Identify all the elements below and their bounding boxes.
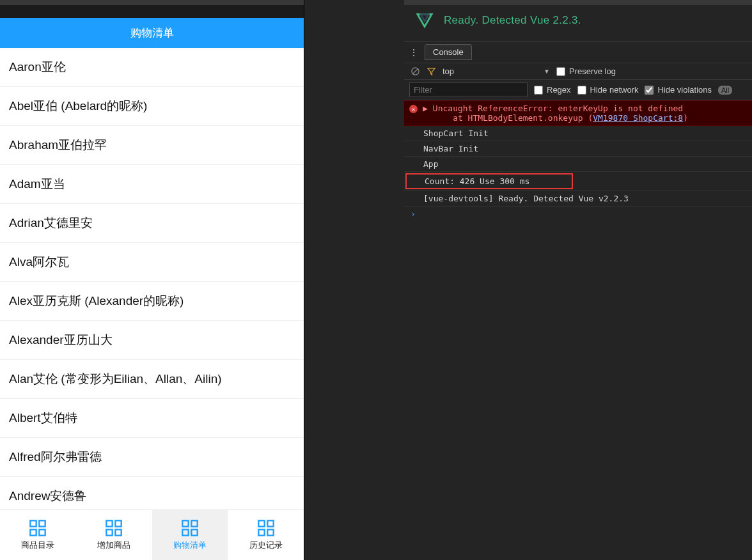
more-options-icon[interactable]: ⋮ (409, 48, 418, 57)
grid-icon (257, 519, 275, 537)
tab-label: 历史记录 (249, 540, 283, 551)
app-header: 购物清单 (0, 18, 304, 48)
list-item[interactable]: Alex亚历克斯 (Alexander的昵称) (0, 282, 304, 321)
filter-funnel-icon[interactable] (427, 66, 436, 76)
expand-error-icon[interactable]: ▶ (423, 104, 428, 113)
tab-商品目录[interactable]: 商品目录 (0, 510, 76, 560)
tab-label: 购物清单 (173, 540, 207, 551)
hide-network-label: Hide network (590, 85, 639, 95)
window-titlebar (0, 0, 304, 5)
bottom-tabbar: 商品目录增加商品购物清单历史记录 (0, 509, 304, 560)
tab-label: 商品目录 (21, 540, 54, 551)
console-error[interactable]: ✕ ▶ Uncaught ReferenceError: enterKeyUp … (404, 100, 752, 126)
svg-marker-20 (428, 68, 435, 75)
chevron-down-icon: ▼ (544, 68, 550, 75)
svg-rect-14 (258, 529, 264, 535)
devtools-panel: Ready. Detected Vue 2.2.3. ⋮ Console top… (404, 0, 752, 560)
list-item[interactable]: Aaron亚伦 (0, 48, 304, 87)
list-item[interactable]: Abel亚伯 (Abelard的昵称) (0, 87, 304, 126)
list-item[interactable]: Albert艾伯特 (0, 399, 304, 438)
console-output[interactable]: ✕ ▶ Uncaught ReferenceError: enterKeyUp … (404, 100, 752, 560)
svg-rect-7 (115, 529, 121, 535)
hide-network-checkbox[interactable]: Hide network (577, 85, 639, 95)
vue-ready-text: Ready. Detected Vue 2.2.3. (444, 14, 581, 27)
svg-rect-9 (191, 520, 197, 526)
svg-rect-8 (182, 520, 188, 526)
page-title: 购物清单 (130, 27, 174, 39)
tab-label: 增加商品 (97, 540, 130, 551)
vue-devtools-banner: Ready. Detected Vue 2.2.3. (404, 5, 752, 42)
execution-context-selector[interactable]: top ▼ (443, 66, 550, 76)
hide-violations-checkbox[interactable]: Hide violations (645, 85, 712, 95)
hide-violations-label: Hide violations (657, 85, 712, 95)
tab-console[interactable]: Console (425, 44, 472, 60)
list-item[interactable]: Adam亚当 (0, 165, 304, 204)
list-item[interactable]: Alexander亚历山大 (0, 321, 304, 360)
console-log: [vue-devtools] Ready. Detected Vue v2.2.… (404, 191, 752, 206)
shopping-list[interactable]: Aaron亚伦Abel亚伯 (Abelard的昵称)Abraham亚伯拉罕Ada… (0, 48, 304, 509)
svg-rect-12 (258, 520, 264, 526)
level-badge-all[interactable]: All (718, 86, 732, 95)
grid-icon (29, 519, 47, 537)
svg-rect-1 (40, 520, 45, 526)
svg-rect-6 (106, 529, 112, 535)
console-filter-row: Regex Hide network Hide violations All (404, 80, 752, 100)
list-item[interactable]: Alan艾伦 (常变形为Eilian、Allan、Ailin) (0, 360, 304, 399)
vue-logo-icon (416, 12, 434, 29)
svg-rect-5 (115, 520, 121, 526)
error-line-2-pre: at HTMLBodyElement.onkeyup ( (433, 113, 593, 123)
error-line-1: Uncaught ReferenceError: enterKeyUp is n… (433, 104, 683, 113)
mobile-app-panel: 购物清单 Aaron亚伦Abel亚伯 (Abelard的昵称)Abraham亚伯… (0, 0, 304, 560)
clear-console-icon[interactable] (411, 66, 420, 76)
list-item[interactable]: Abraham亚伯拉罕 (0, 126, 304, 165)
tab-增加商品[interactable]: 增加商品 (76, 510, 152, 560)
hide-network-input[interactable] (577, 86, 586, 95)
svg-line-19 (413, 69, 418, 74)
svg-rect-3 (40, 529, 45, 535)
list-item[interactable]: Adrian艾德里安 (0, 204, 304, 243)
svg-rect-15 (267, 529, 273, 535)
error-text: Uncaught ReferenceError: enterKeyUp is n… (433, 104, 747, 123)
preserve-log-input[interactable] (556, 67, 565, 76)
prompt-chevron-icon: › (411, 209, 416, 219)
list-item[interactable]: Alva阿尔瓦 (0, 243, 304, 282)
browser-chrome-gap (0, 5, 304, 18)
error-source-link[interactable]: VM19870 ShopCart:8 (593, 113, 683, 123)
console-log: ShopCart Init (404, 126, 752, 141)
svg-rect-13 (267, 520, 273, 526)
list-item[interactable]: Alfred阿尔弗雷德 (0, 438, 304, 477)
panel-divider (304, 0, 404, 560)
context-label: top (443, 66, 454, 76)
console-tabstrip: ⋮ Console (404, 42, 752, 63)
svg-rect-11 (191, 529, 197, 535)
devtools-titlebar (404, 0, 752, 5)
svg-rect-2 (31, 529, 36, 535)
preserve-log-checkbox[interactable]: Preserve log (556, 66, 616, 76)
error-icon: ✕ (409, 105, 418, 113)
filter-input[interactable] (409, 82, 528, 97)
tab-历史记录[interactable]: 历史记录 (228, 510, 304, 560)
error-line-2-post: ) (683, 113, 688, 123)
regex-input[interactable] (534, 86, 543, 95)
grid-icon (105, 519, 123, 537)
hide-violations-input[interactable] (645, 86, 654, 95)
list-item[interactable]: Andrew安德鲁 (0, 477, 304, 509)
grid-icon (181, 519, 199, 537)
console-log: NavBar Init (404, 141, 752, 157)
regex-checkbox[interactable]: Regex (534, 85, 571, 95)
tab-购物清单[interactable]: 购物清单 (152, 510, 228, 560)
highlighted-log: Count: 426 Use 300 ms (405, 173, 573, 189)
console-toolbar: top ▼ Preserve log (404, 63, 752, 80)
preserve-log-label: Preserve log (569, 66, 616, 76)
svg-rect-10 (182, 529, 188, 535)
console-log: App (404, 157, 752, 172)
svg-rect-0 (31, 520, 36, 526)
svg-rect-4 (106, 520, 112, 526)
regex-label: Regex (547, 85, 571, 95)
console-prompt[interactable]: › (404, 206, 752, 221)
